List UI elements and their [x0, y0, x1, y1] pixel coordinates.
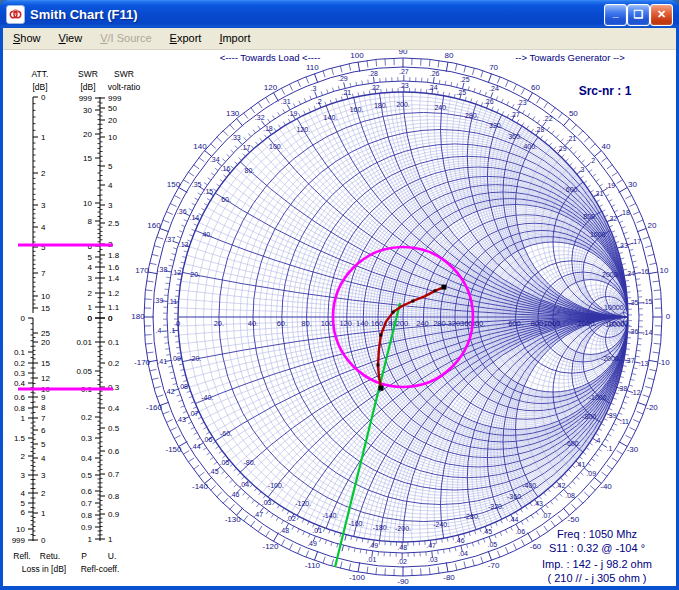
svg-text:.49: .49: [368, 542, 378, 549]
svg-text:.08: .08: [178, 383, 188, 390]
svg-text:.24: .24: [428, 84, 438, 91]
svg-text:0.6: 0.6: [81, 487, 93, 496]
close-button[interactable]: ✕: [650, 4, 673, 26]
svg-text:320.: 320.: [489, 122, 503, 129]
svg-text:30: 30: [83, 106, 92, 115]
svg-text:15: 15: [41, 359, 50, 368]
title-bar: Smith Chart (F11) _ ❏ ✕: [0, 0, 679, 28]
svg-text:.02: .02: [397, 558, 407, 565]
menu-item-view[interactable]: View: [50, 29, 92, 48]
svg-text:0: 0: [21, 314, 26, 323]
svg-text:40.: 40.: [202, 231, 212, 238]
svg-text:1: 1: [88, 303, 93, 312]
svg-text:.18: .18: [263, 125, 273, 132]
svg-text:.46: .46: [230, 491, 240, 498]
svg-text:600.: 600.: [566, 186, 580, 193]
svg-text:-140.: -140.: [322, 512, 338, 519]
svg-text:.4: .4: [595, 437, 601, 444]
app-knot-icon: [6, 5, 25, 24]
svg-text:4: 4: [108, 181, 113, 190]
svg-text:1: 1: [21, 414, 26, 423]
svg-text:20.: 20.: [214, 319, 224, 328]
svg-text:1: 1: [88, 535, 93, 544]
svg-text:.02: .02: [286, 515, 296, 522]
svg-text:-60.: -60.: [220, 430, 232, 437]
svg-text:U.: U.: [108, 551, 117, 561]
svg-text:-280.: -280.: [464, 513, 480, 520]
maximize-button[interactable]: ❏: [627, 4, 650, 26]
svg-text:.11: .11: [168, 298, 177, 305]
scale-captions: ATT.[dB]SWR[dB]SWRvolt-ratioRefl.Retu.Lo…: [13, 69, 140, 574]
svg-text:999: 999: [108, 94, 122, 103]
svg-text:600.: 600.: [508, 319, 523, 328]
svg-text:80.: 80.: [301, 319, 311, 328]
svg-text:.05: .05: [220, 459, 230, 466]
svg-text:-20.: -20.: [189, 355, 201, 362]
svg-text:100.: 100.: [269, 143, 283, 150]
svg-text:.2: .2: [589, 157, 595, 164]
svg-text:3: 3: [21, 471, 26, 480]
svg-text:.01: .01: [312, 527, 322, 534]
svg-text:.15: .15: [643, 298, 653, 305]
svg-text:-100.: -100.: [268, 482, 284, 489]
svg-text:Loss in [dB]: Loss in [dB]: [22, 564, 66, 574]
svg-text:.47: .47: [426, 542, 436, 549]
svg-text:90: 90: [399, 50, 408, 56]
svg-text:999: 999: [79, 94, 93, 103]
svg-text:.08: .08: [565, 492, 575, 499]
svg-text:999: 999: [12, 536, 26, 545]
svg-text:SWR: SWR: [114, 69, 134, 79]
svg-text:150: 150: [167, 180, 181, 189]
menu-item-show[interactable]: Show: [4, 29, 50, 48]
minimize-button[interactable]: _: [604, 4, 627, 26]
svg-text:2: 2: [41, 169, 46, 178]
svg-text:1.1: 1.1: [108, 303, 120, 312]
svg-text:.49: .49: [307, 540, 317, 547]
svg-text:.17: .17: [631, 238, 641, 245]
svg-text:-140: -140: [192, 482, 209, 491]
svg-text:.23: .23: [399, 82, 409, 89]
menu-bar: ShowViewV/I SourceExportImport: [3, 28, 676, 50]
svg-text:0.8: 0.8: [81, 511, 93, 520]
menu-item-export[interactable]: Export: [161, 29, 211, 48]
svg-text:0: 0: [176, 319, 180, 328]
svg-text:140.: 140.: [324, 114, 338, 121]
svg-text:0.3: 0.3: [14, 369, 26, 378]
svg-text:Refl.: Refl.: [13, 551, 30, 561]
svg-text:.16: .16: [639, 268, 649, 275]
svg-text:.29: .29: [557, 145, 567, 152]
svg-text:.31: .31: [281, 98, 291, 105]
svg-text:1.2: 1.2: [108, 289, 120, 298]
svg-text:280.: 280.: [433, 319, 448, 328]
svg-text:0: 0: [41, 536, 46, 545]
svg-text:.34: .34: [625, 270, 635, 277]
svg-text:2: 2: [21, 452, 26, 461]
svg-text:-1000.: -1000.: [589, 394, 609, 401]
svg-text:0.4: 0.4: [108, 404, 120, 413]
menu-item-import[interactable]: Import: [210, 29, 259, 48]
svg-text:.47: .47: [253, 511, 263, 518]
svg-text:40: 40: [602, 142, 611, 151]
svg-text:.26: .26: [484, 98, 494, 105]
svg-text:.19: .19: [605, 182, 615, 189]
svg-text:240.: 240.: [434, 104, 448, 111]
svg-text:.3: .3: [311, 85, 317, 92]
refl-coeff-scale: 00.010.050.10.20.30.40.50.60.70.80.9100.…: [76, 314, 119, 544]
svg-text:SWR: SWR: [78, 69, 98, 79]
readout-panel: Freq : 1050 Mhz S11 : 0.32 @ -104 ° Imp.…: [507, 527, 679, 585]
svg-text:.22: .22: [543, 115, 553, 122]
svg-text:-120.: -120.: [295, 500, 311, 507]
svg-text:360.: 360.: [508, 133, 522, 140]
svg-text:.38: .38: [618, 385, 628, 392]
svg-text:1.4: 1.4: [108, 274, 120, 283]
svg-text:5: 5: [88, 253, 93, 262]
svg-text:120: 120: [264, 83, 278, 92]
svg-text:1: 1: [41, 509, 46, 518]
window-title: Smith Chart (F11): [30, 7, 679, 22]
svg-text:.28: .28: [535, 126, 545, 133]
svg-text:.34: .34: [210, 156, 220, 163]
svg-text:.2: .2: [316, 98, 322, 105]
svg-text:0.9: 0.9: [81, 523, 93, 532]
refl-retu-loss-scale: 00.10.20.30.40.60.811.523456109992520151…: [12, 314, 51, 545]
menu-item-v-i-source: V/I Source: [91, 29, 160, 48]
